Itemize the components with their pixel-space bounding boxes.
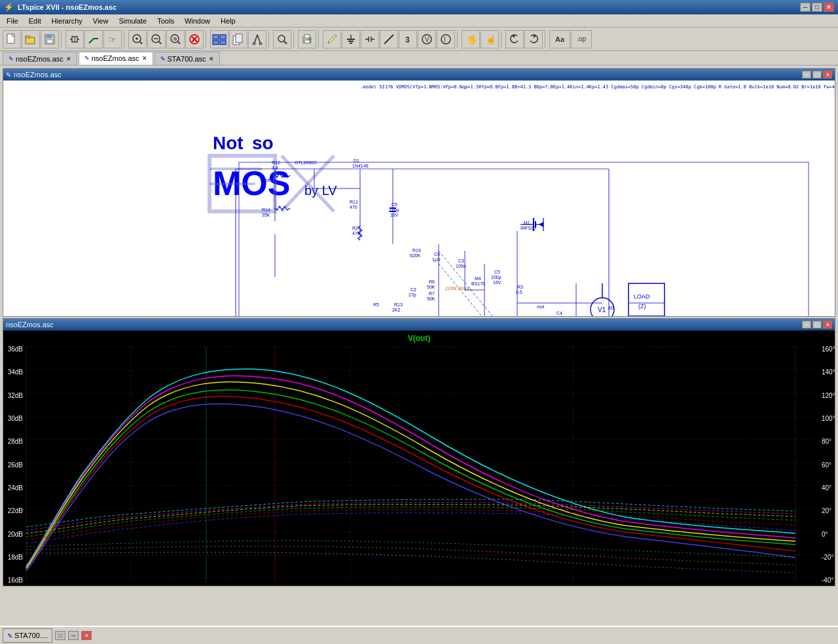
taskbar: ✎ STA700.... □ ─ ✕: [0, 626, 838, 644]
window-controls: ─ □ ✕: [800, 3, 834, 12]
spice-button[interactable]: [361, 30, 379, 48]
schematic-close[interactable]: ✕: [823, 71, 832, 79]
waveform-window: nsoEZmos.asc ─ □ ✕ V(out) 36dB 34dB 32dB…: [3, 318, 835, 586]
svg-text:R7: R7: [429, 291, 435, 296]
svg-text:☞: ☞: [109, 35, 117, 45]
svg-rect-29: [213, 35, 219, 39]
schematic-minimize[interactable]: ─: [802, 71, 811, 79]
op-point-button[interactable]: .op: [571, 30, 592, 48]
tab-close-3[interactable]: ✕: [209, 56, 214, 62]
sep1: [61, 30, 64, 48]
svg-text:470: 470: [350, 205, 357, 209]
svg-text:.model SI176 VDMOS(VTp=1.NMOS:: .model SI176 VDMOS(VTp=1.NMOS:VFp=0.Nqp=…: [360, 84, 835, 90]
taskbar-close[interactable]: ✕: [81, 631, 92, 640]
wire-button[interactable]: [84, 30, 103, 48]
zoom-out-button[interactable]: [147, 30, 166, 48]
menu-hierarchy[interactable]: Hierarchy: [46, 16, 88, 26]
open-button[interactable]: [22, 30, 40, 48]
zoom-in-button[interactable]: [128, 30, 147, 48]
menu-window[interactable]: Window: [179, 16, 215, 26]
menu-help[interactable]: Help: [215, 16, 241, 26]
cancel-button[interactable]: [185, 30, 204, 48]
svg-text:🖐: 🖐: [467, 34, 477, 45]
minimize-button[interactable]: ─: [800, 3, 811, 12]
search-button[interactable]: [273, 30, 291, 48]
taskbar-label: STA700....: [14, 632, 48, 639]
ground-button[interactable]: [342, 30, 360, 48]
svg-text:620K: 620K: [410, 253, 421, 258]
svg-text:C3: C3: [458, 259, 464, 263]
menu-view[interactable]: View: [88, 16, 114, 26]
menu-edit[interactable]: Edit: [24, 16, 46, 26]
tab-nsoezmos-2[interactable]: ✎ nsoEZmos.asc ✕: [79, 52, 153, 65]
svg-text:100μ: 100μ: [491, 275, 501, 280]
tab-close-2[interactable]: ✕: [142, 55, 147, 62]
taskbar-minimize[interactable]: ─: [68, 631, 79, 640]
maximize-button[interactable]: □: [812, 3, 822, 12]
voltage-source-button[interactable]: V: [418, 30, 436, 48]
sep2: [124, 30, 126, 48]
taskbar-restore[interactable]: □: [55, 631, 65, 640]
text-button[interactable]: Aa: [549, 30, 570, 48]
svg-text:R14: R14: [262, 207, 270, 212]
svg-text:R11: R11: [350, 200, 358, 204]
sep5: [293, 30, 296, 48]
menu-file[interactable]: File: [1, 16, 24, 26]
tab-label-1: nsoEZmos.asc: [16, 55, 64, 63]
svg-text:R2: R2: [352, 226, 358, 230]
svg-text:R19: R19: [412, 248, 421, 253]
menu-simulate[interactable]: Simulate: [113, 16, 152, 26]
close-button[interactable]: ✕: [824, 3, 834, 12]
waveform-plot[interactable]: [3, 331, 835, 586]
svg-text:C9: C9: [434, 252, 440, 257]
redo-button[interactable]: [524, 30, 543, 48]
three-button[interactable]: 3: [399, 30, 417, 48]
tab-close-1[interactable]: ✕: [66, 56, 71, 62]
waveform-maximize[interactable]: □: [812, 321, 822, 329]
line-button[interactable]: [380, 30, 398, 48]
copy-button[interactable]: [229, 30, 247, 48]
current-source-button[interactable]: I: [437, 30, 455, 48]
tab-icon-3: ✎: [160, 56, 166, 62]
svg-rect-5: [46, 35, 52, 38]
waveform-minimize[interactable]: ─: [802, 321, 811, 329]
tab-sta700[interactable]: ✎ STA700.asc ✕: [155, 52, 220, 65]
svg-text:50K: 50K: [427, 285, 435, 289]
taskbar-sta700[interactable]: ✎ STA700....: [3, 628, 52, 643]
svg-point-39: [278, 35, 285, 42]
svg-text:C2: C2: [410, 287, 416, 292]
svg-rect-42: [304, 35, 310, 38]
svg-text:V1: V1: [598, 306, 606, 313]
zoom-fit-button[interactable]: ⊕: [166, 30, 185, 48]
component-button[interactable]: [65, 30, 84, 48]
print-button[interactable]: [298, 30, 316, 48]
hand-button[interactable]: 🖐: [462, 30, 480, 48]
svg-point-56: [441, 35, 450, 44]
net-button[interactable]: [210, 30, 228, 48]
tab-icon-1: ✎: [9, 56, 14, 62]
svg-text:out: out: [537, 304, 545, 310]
pencil-button[interactable]: [323, 30, 341, 48]
move-button[interactable]: ☞: [103, 30, 122, 48]
tab-nsoezmos-1[interactable]: ✎ nsoEZmos.asc ✕: [3, 52, 77, 65]
new-button[interactable]: [3, 30, 21, 48]
svg-text:27p: 27p: [409, 293, 416, 298]
schematic-maximize[interactable]: □: [812, 71, 822, 79]
waveform-title-label: nsoEZmos.asc: [6, 321, 54, 329]
tab-icon-2: ✎: [84, 55, 90, 62]
svg-text:35K: 35K: [262, 213, 270, 217]
schematic-canvas[interactable]: .model SI176 VDMOS(VTp=1.NMOS:VFp=0.Nqp=…: [3, 80, 835, 316]
tab-label-2: nsoEZmos.asc: [92, 54, 139, 62]
finger-button[interactable]: ☝: [481, 30, 499, 48]
waveform-close[interactable]: ✕: [823, 321, 832, 329]
save-button[interactable]: [41, 30, 59, 48]
document-tabs: ✎ nsoEZmos.asc ✕ ✎ nsoEZmos.asc ✕ ✎ STA7…: [0, 51, 838, 65]
menu-tools[interactable]: Tools: [152, 16, 179, 26]
cut-button[interactable]: [248, 30, 266, 48]
svg-text:C5: C5: [392, 202, 397, 207]
schematic-title-icon: ✎: [6, 71, 11, 79]
svg-rect-77: [628, 283, 665, 316]
undo-button[interactable]: [505, 30, 524, 48]
svg-rect-3: [26, 36, 29, 38]
svg-text:C5: C5: [494, 270, 500, 274]
